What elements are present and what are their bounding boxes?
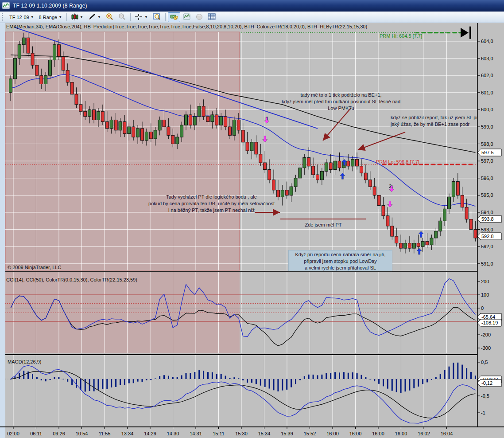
candle (123, 121, 126, 133)
macd-histogram-bar (299, 379, 301, 380)
candle (272, 180, 275, 190)
candle (49, 60, 52, 75)
time-label: 13:34 (121, 431, 134, 436)
copyright-label: © 2009 NinjaTrader, LLC (8, 265, 61, 270)
candle (215, 115, 218, 125)
macd-histogram-bar (98, 379, 99, 390)
time-label: 06:11 (30, 431, 42, 436)
candle (351, 159, 354, 166)
macd-histogram-bar (264, 379, 266, 387)
macd-histogram-bar (413, 379, 415, 388)
candle (426, 242, 429, 245)
macd-histogram-bar (361, 375, 362, 379)
candle (18, 45, 21, 59)
macd-histogram-bar (216, 374, 217, 379)
candle (110, 120, 113, 129)
chart-style-button[interactable]: ▼ (69, 12, 85, 22)
candle (434, 231, 438, 238)
macd-histogram-bar (133, 379, 134, 383)
axis-value-tag-label: -65,64 (481, 314, 495, 320)
zoom-in-button[interactable] (104, 12, 116, 22)
macd-histogram-bar (238, 378, 239, 379)
time-label: 11:55 (99, 431, 111, 436)
macd-histogram-bar (229, 378, 231, 379)
macd-histogram-bar (45, 379, 47, 381)
zoom-out-button[interactable] (116, 12, 128, 22)
instrument-selector[interactable]: TF 12-09 ▼ (7, 12, 36, 22)
crosshair-button[interactable]: ▼ (133, 12, 150, 22)
candle (246, 142, 249, 151)
chart-area[interactable]: 604,0603,0602,0601,0600,0599,0598,0597,0… (0, 23, 504, 438)
candle (171, 135, 174, 144)
macd-histogram-bar (221, 374, 222, 379)
candle (329, 163, 332, 169)
annotation-note-5: Když při reportu cena nabrala směr na ji… (288, 250, 392, 271)
account-money-button[interactable] (168, 12, 180, 22)
candle (141, 129, 144, 141)
macd-histogram-bar (67, 379, 68, 382)
disabled-sphere-icon (196, 13, 203, 21)
macd-histogram-bar (400, 379, 402, 393)
chart-canvas[interactable]: 604,0603,0602,0601,0600,0599,0598,0597,0… (0, 23, 504, 438)
app-icon (2, 2, 10, 9)
data-grid-icon (208, 13, 216, 21)
macd-histogram-bar (62, 379, 64, 379)
macd-histogram-bar (422, 379, 423, 384)
time-label: 15:52 (304, 431, 316, 436)
candle (276, 190, 279, 197)
candle (255, 142, 258, 154)
candle (97, 111, 100, 120)
macd-histogram-bar (256, 379, 257, 384)
time-label: 16:00 (395, 431, 407, 436)
candle (66, 70, 69, 82)
macd-histogram-bar (120, 379, 121, 385)
macd-histogram-bar (36, 377, 38, 379)
time-label: 14:31 (190, 431, 202, 436)
period-selector[interactable]: 8 Range ▼ (37, 12, 65, 22)
macd-histogram-bar (177, 377, 178, 379)
chart-trader-button[interactable] (181, 12, 193, 22)
candle (75, 94, 78, 105)
candle (158, 120, 161, 130)
candle (250, 142, 253, 151)
macd-histogram-bar (326, 373, 327, 379)
candle (290, 187, 293, 195)
macd-histogram-bar (273, 379, 275, 390)
candle (316, 175, 319, 180)
axis-tick-label: 0 (481, 305, 484, 311)
candle (176, 137, 179, 144)
macd-histogram-bar (198, 370, 200, 379)
time-label: 14:29 (144, 431, 156, 436)
candle (62, 57, 65, 70)
candle (22, 38, 25, 44)
time-label: 02:00 (7, 431, 19, 436)
macd-histogram-bar (247, 379, 248, 383)
candle (220, 117, 223, 125)
toolbar-separator (66, 13, 67, 21)
macd-histogram-bar (19, 373, 20, 379)
candle (259, 154, 262, 163)
candle (185, 115, 188, 125)
macd-histogram-bar (242, 379, 244, 380)
macd-histogram-bar (409, 379, 410, 391)
candle (27, 38, 30, 53)
candle (386, 216, 389, 226)
candle (264, 163, 267, 169)
chevron-down-icon: ▼ (144, 16, 148, 19)
macd-histogram-bar (58, 377, 59, 379)
time-label: 10:54 (76, 431, 88, 436)
data-grid-button[interactable] (205, 12, 218, 22)
axis-tick-label: 597,0 (481, 158, 493, 164)
disabled-sphere-button[interactable] (194, 12, 205, 22)
zoom-window-button[interactable] (151, 12, 163, 22)
chart-style-icon (71, 13, 78, 21)
annotation-number-2: 2. (389, 183, 393, 190)
macd-histogram-bar (365, 377, 366, 379)
candle (35, 65, 39, 75)
prm-lo-label: PRM Lo: 596.8 [7.7] (376, 159, 419, 164)
toolbar: TF 12-09 ▼ 8 Range ▼ ▼ ▼ (0, 12, 504, 23)
candle (57, 45, 60, 57)
toolbar-grip[interactable] (2, 13, 5, 21)
macd-histogram-bar (115, 379, 116, 387)
draw-tools-button[interactable]: ▼ (86, 12, 103, 22)
